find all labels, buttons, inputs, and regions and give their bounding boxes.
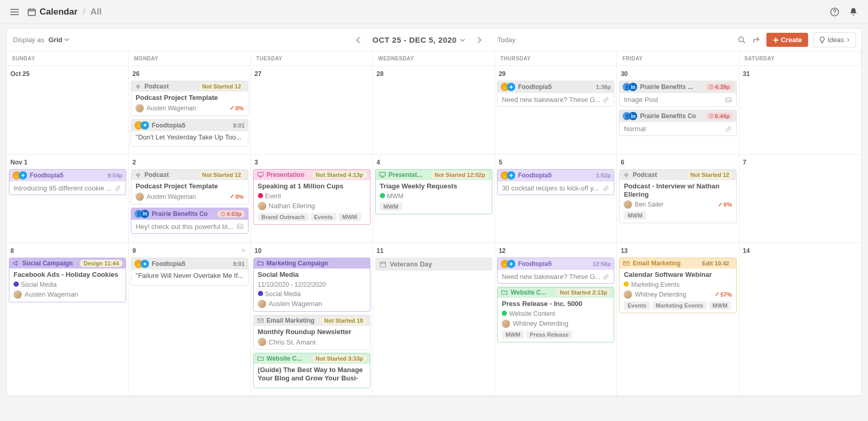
day-cell[interactable]: 4 Presentat... Not Started 12:02p Triage… bbox=[373, 155, 495, 243]
event-card[interactable]: Marketing Campaign Social Media 11/10/20… bbox=[253, 258, 370, 312]
event-card[interactable]: 👤inPrairie Benefits Co 6:44p Normal bbox=[619, 110, 736, 136]
assignee: Whitney Deterding bbox=[513, 320, 568, 327]
dow-monday: MONDAY bbox=[129, 52, 251, 66]
day-cell[interactable]: 9 ＋ ✋✦Foodtopia5 8:01 "Failure Will Neve… bbox=[129, 243, 251, 396]
tag[interactable]: MWM bbox=[502, 330, 524, 339]
card-time: 9:54p bbox=[108, 172, 123, 178]
day-cell[interactable]: Oct 25 bbox=[7, 66, 129, 155]
date-range: 11/10/2020 - 12/22/2020 bbox=[258, 281, 366, 288]
day-cell[interactable]: 8 Social Campaign Design 11:44 Facebook … bbox=[7, 243, 129, 396]
day-cell[interactable]: 5 ✋✦Foodtopia5 1:53p 30 cocktail recipes… bbox=[495, 155, 617, 243]
tag[interactable]: MWM bbox=[380, 202, 402, 211]
day-cell[interactable]: 12 ✋✦Foodtopia5 12:58p Need new bakeware… bbox=[495, 243, 617, 396]
event-card[interactable]: 👤inPrairie Benefits Co 4:03p Hey! check … bbox=[131, 208, 248, 234]
create-button[interactable]: Create bbox=[766, 33, 808, 47]
event-card[interactable]: Presentat... Not Started 12:02p Triage W… bbox=[375, 169, 492, 214]
page-subtitle[interactable]: All bbox=[90, 7, 102, 17]
tag[interactable]: Events bbox=[624, 301, 650, 310]
event-card[interactable]: ✋✦Foodtopia5 8:01 "Don't Let Yesterday T… bbox=[131, 119, 248, 147]
date-range-picker[interactable]: OCT 25 - DEC 5, 2020 bbox=[373, 35, 465, 44]
tag[interactable]: MWM bbox=[624, 211, 646, 220]
day-of-week-header: SUNDAY MONDAY TUESDAY WEDNESDAY THURSDAY… bbox=[7, 52, 861, 66]
svg-point-2 bbox=[834, 14, 835, 15]
cell-date: 29 bbox=[497, 68, 614, 81]
menu-icon[interactable] bbox=[9, 7, 20, 17]
event-card[interactable]: ✋✦Foodtopia5 1:38p Need new bakeware? Th… bbox=[497, 81, 614, 107]
tag[interactable]: Brand Outreach bbox=[258, 213, 308, 221]
next-period-button[interactable] bbox=[473, 34, 485, 46]
tag[interactable]: Marketing Events bbox=[652, 301, 707, 310]
presentation-icon bbox=[257, 171, 264, 178]
today-button[interactable]: Today bbox=[498, 36, 516, 44]
svg-point-8 bbox=[138, 173, 140, 175]
social-icons: ✋✦ bbox=[501, 260, 515, 268]
event-card[interactable]: Website C... Not Started 2:13p Press Rel… bbox=[497, 287, 614, 342]
day-cell[interactable]: 13 Email Marketing Edit 10:42 Calendar S… bbox=[617, 243, 739, 396]
chevron-right-icon bbox=[846, 37, 850, 43]
card-body-text: Need new bakeware? These G... bbox=[502, 273, 601, 280]
dow-tuesday: TUESDAY bbox=[251, 52, 373, 66]
card-title: Facebook Ads - Holiday Cookies bbox=[14, 271, 121, 279]
day-cell[interactable]: 7 bbox=[739, 155, 861, 243]
chevron-right-icon bbox=[475, 36, 482, 44]
card-time: 1:38p bbox=[596, 84, 611, 90]
day-cell[interactable]: 2 Podcast Not Started 12 Podcast Project… bbox=[129, 155, 251, 243]
help-icon[interactable] bbox=[829, 7, 840, 17]
event-card[interactable]: Social Campaign Design 11:44 Facebook Ad… bbox=[9, 258, 126, 302]
day-cell[interactable]: 11 Veterans Day bbox=[373, 243, 495, 396]
day-cell[interactable]: 31 bbox=[739, 66, 861, 155]
event-card[interactable]: Podcast Not Started 12 Podcast - Intervi… bbox=[619, 169, 736, 223]
event-card[interactable]: Email Marketing Not Started 10 Monthly R… bbox=[253, 315, 370, 350]
clock-icon bbox=[709, 84, 714, 90]
event-card[interactable]: ✋✦Foodtopia5 9:54p Introducing 85 differ… bbox=[9, 169, 126, 195]
day-cell[interactable]: 14 bbox=[739, 243, 861, 396]
tag[interactable]: Events bbox=[311, 213, 337, 221]
ideas-button[interactable]: Ideas bbox=[813, 32, 856, 47]
notifications-icon[interactable] bbox=[848, 7, 859, 17]
tag[interactable]: MWM bbox=[709, 301, 731, 310]
day-cell[interactable]: 3 Presentation Not Started 4:13p Speakin… bbox=[251, 155, 373, 243]
social-icons: ✋✦ bbox=[134, 121, 149, 130]
calendar-icon bbox=[379, 261, 387, 268]
clock-icon bbox=[709, 113, 714, 119]
avatar bbox=[258, 338, 266, 346]
tag[interactable]: Press Release bbox=[526, 330, 573, 339]
podcast-icon bbox=[134, 83, 142, 90]
event-card[interactable]: Podcast Not Started 12 Podcast Project T… bbox=[131, 81, 248, 116]
day-cell[interactable]: 28 bbox=[373, 66, 495, 155]
cell-date: 12 bbox=[497, 245, 614, 258]
share-icon[interactable] bbox=[752, 35, 761, 45]
card-title: (Guide) The Best Way to Manage Your Blog… bbox=[258, 366, 366, 382]
calendar-panel: Display as Grid OCT 25 - DEC 5, 2020 Tod… bbox=[6, 28, 862, 397]
day-cell[interactable]: 27 bbox=[251, 66, 373, 155]
event-card[interactable]: ✋✦Foodtopia5 1:53p 30 cocktail recipes t… bbox=[497, 169, 614, 195]
search-icon[interactable] bbox=[737, 35, 747, 45]
link-icon bbox=[114, 185, 121, 192]
card-body-text: Need new bakeware? These G... bbox=[502, 96, 601, 104]
event-card[interactable]: Website C... Not Started 3:33p (Guide) T… bbox=[253, 353, 370, 388]
card-title: Podcast - Interview w/ Nathan Ellering bbox=[624, 182, 731, 198]
event-card[interactable]: Presentation Not Started 4:13p Speaking … bbox=[253, 169, 370, 225]
event-card[interactable]: ✋✦Foodtopia5 12:58p Need new bakeware? T… bbox=[497, 258, 614, 284]
day-cell[interactable]: 26 Podcast Not Started 12 Podcast Projec… bbox=[129, 66, 251, 155]
day-cell[interactable]: Nov 1 ✋✦Foodtopia5 9:54p Introducing 85 … bbox=[7, 155, 129, 243]
cell-date: 4 bbox=[375, 157, 492, 169]
add-event-button[interactable]: ＋ bbox=[239, 245, 247, 256]
event-card[interactable]: 👤inPrairie Benefits ... 4:39p Image Post bbox=[619, 81, 736, 107]
event-card[interactable]: Podcast Not Started 12 Podcast Project T… bbox=[131, 169, 248, 205]
day-cell[interactable]: 29 ✋✦Foodtopia5 1:38p Need new bakeware?… bbox=[495, 66, 617, 155]
cell-date: 11 bbox=[375, 245, 492, 258]
event-card[interactable]: Email Marketing Edit 10:42 Calendar Soft… bbox=[619, 258, 736, 313]
day-cell[interactable]: 6 Podcast Not Started 12 Podcast - Inter… bbox=[617, 155, 739, 243]
display-mode-select[interactable]: Grid bbox=[48, 36, 69, 44]
event-card[interactable]: ✋✦Foodtopia5 8:01 "Failure Will Never Ov… bbox=[131, 258, 248, 286]
category-dot bbox=[258, 291, 263, 296]
prev-period-button[interactable] bbox=[353, 34, 365, 46]
tag[interactable]: MWM bbox=[339, 213, 361, 221]
assignee: Austen Wageman bbox=[146, 105, 196, 112]
day-cell[interactable]: 10 Marketing Campaign Social Media 11/10… bbox=[251, 243, 373, 396]
day-cell[interactable]: 30 👤inPrairie Benefits ... 4:39p Image P… bbox=[617, 66, 739, 155]
progress-pct: ✓0% bbox=[718, 201, 732, 208]
cell-date: 13 bbox=[619, 245, 736, 258]
avatar bbox=[624, 200, 632, 209]
